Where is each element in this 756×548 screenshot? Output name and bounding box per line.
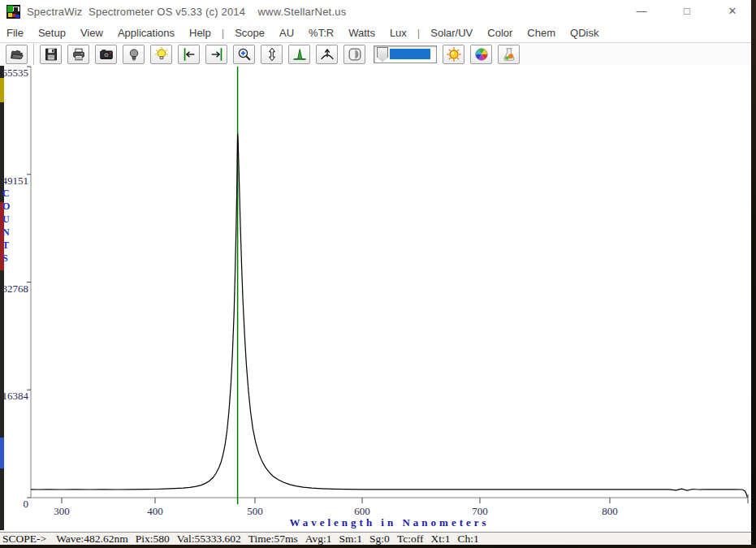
lamp-off-button[interactable] — [123, 45, 145, 64]
spectrum-peak-icon — [292, 46, 308, 63]
menu-item-setup[interactable]: Setup — [31, 24, 73, 42]
status-field: Tc:off — [397, 533, 424, 546]
minimize-button[interactable]: — — [629, 0, 654, 23]
status-field: Time:57ms — [248, 533, 298, 546]
lamp-on-button[interactable] — [150, 45, 172, 64]
maximize-button[interactable]: □ — [675, 0, 699, 23]
menu-item-view[interactable]: View — [73, 24, 110, 42]
status-field: Sg:0 — [369, 533, 390, 546]
x-tick-label: 300 — [54, 505, 70, 517]
title-bar: SpectraWiz Spectrometer OS v5.33 (c) 201… — [0, 0, 751, 23]
y-tick-label: 49151 — [2, 175, 29, 187]
color-measure-button[interactable] — [470, 45, 492, 64]
status-bar: SCOPE->Wave:482.62nmPix:580Val:55333.602… — [0, 532, 751, 546]
toolbar-divider — [33, 44, 34, 65]
menu-separator: | — [414, 27, 423, 39]
cursor-right-icon — [209, 46, 225, 63]
window-controls: — □ ✕ — [629, 0, 745, 23]
autoscale-icon — [264, 46, 280, 63]
zoom-in-button[interactable] — [233, 45, 255, 64]
spectrum-view-button[interactable] — [288, 45, 310, 64]
toolbar — [0, 43, 751, 66]
sun-irradiance-button[interactable] — [443, 45, 464, 64]
dark-reference-button[interactable] — [343, 45, 365, 64]
y-tick-label: 65535 — [2, 67, 29, 79]
y-tick-label: 16384 — [2, 390, 29, 402]
x-tick-label: 600 — [354, 505, 370, 517]
menu-item-chem[interactable]: Chem — [520, 24, 563, 42]
lamp-off-icon — [126, 46, 142, 63]
autoscale-button[interactable] — [261, 45, 283, 64]
integration-time-slider[interactable] — [374, 45, 437, 63]
peak-arrow-icon — [319, 46, 335, 63]
half-dark-icon — [347, 46, 363, 63]
open-folder-icon — [9, 46, 25, 63]
desktop-edge-right — [751, 0, 756, 548]
status-field: Ch:1 — [457, 533, 478, 546]
status-mode-label: SCOPE-> — [2, 533, 46, 546]
x-tick-label: 500 — [247, 505, 263, 517]
chem-analysis-button[interactable] — [498, 45, 520, 64]
x-tick-label: 800 — [602, 505, 618, 517]
sun-icon — [446, 46, 462, 63]
camera-icon — [98, 46, 114, 63]
open-file-button[interactable] — [6, 45, 28, 64]
menu-separator: | — [218, 27, 227, 39]
menu-item-au[interactable]: AU — [272, 24, 301, 42]
app-icon — [6, 5, 20, 19]
y-axis-title: COUNTS — [2, 187, 12, 265]
menu-item-qdisk[interactable]: QDisk — [563, 24, 606, 42]
print-button[interactable] — [67, 45, 89, 64]
color-wheel-icon — [473, 46, 490, 63]
menu-item-solar-uv[interactable]: Solar/UV — [423, 24, 480, 42]
save-button[interactable] — [40, 45, 62, 64]
status-field: Wave:482.62nm — [56, 533, 128, 546]
menu-item-applications[interactable]: Applications — [110, 24, 182, 42]
desktop-edge-bottom — [0, 545, 756, 548]
slider-thumb[interactable] — [377, 47, 388, 63]
cursor-left-button[interactable] — [178, 45, 200, 64]
status-field: Val:55333.602 — [177, 533, 241, 546]
menu-item-watts[interactable]: Watts — [341, 24, 382, 42]
menu-bar: FileSetupViewApplicationsHelp|ScopeAU%T:… — [0, 23, 751, 43]
chem-beaker-icon — [501, 46, 517, 63]
status-field: Sm:1 — [339, 533, 363, 546]
cursor-right-button[interactable] — [205, 45, 227, 64]
spectrum-trace — [31, 134, 747, 498]
peak-hold-button[interactable] — [316, 45, 338, 64]
x-tick-label: 700 — [472, 505, 488, 517]
menu-item-scope[interactable]: Scope — [227, 24, 272, 42]
zoom-in-icon — [236, 46, 253, 63]
chart-area[interactable]: 655354915132768163840300400500600700800 … — [0, 65, 751, 532]
cursor-left-icon — [181, 46, 197, 63]
menu-item-file[interactable]: File — [0, 24, 31, 42]
lamp-on-icon — [153, 46, 170, 63]
snapshot-button[interactable] — [95, 45, 117, 64]
save-icon — [43, 46, 59, 63]
window-title: SpectraWiz Spectrometer OS v5.33 (c) 201… — [27, 6, 346, 18]
printer-icon — [71, 46, 87, 63]
menu-item-help[interactable]: Help — [182, 24, 218, 42]
x-tick-label: 400 — [147, 505, 163, 517]
slider-fill — [390, 49, 430, 59]
spectrum-plot[interactable]: 655354915132768163840300400500600700800 — [0, 65, 751, 532]
menu-item-lux[interactable]: Lux — [382, 24, 414, 42]
status-field: Xt:1 — [430, 533, 450, 546]
menu-item-color[interactable]: Color — [480, 24, 520, 42]
close-button[interactable]: ✕ — [720, 0, 745, 23]
y-tick-label: 32768 — [2, 283, 29, 295]
status-field: Avg:1 — [305, 533, 332, 546]
x-axis-title: Wavelength in Nanometers — [31, 516, 748, 529]
app-window: SpectraWiz Spectrometer OS v5.33 (c) 201… — [0, 0, 751, 545]
status-field: Pix:580 — [136, 533, 170, 546]
menu-item--t-r[interactable]: %T:R — [301, 24, 341, 42]
y-tick-label: 0 — [24, 498, 29, 510]
